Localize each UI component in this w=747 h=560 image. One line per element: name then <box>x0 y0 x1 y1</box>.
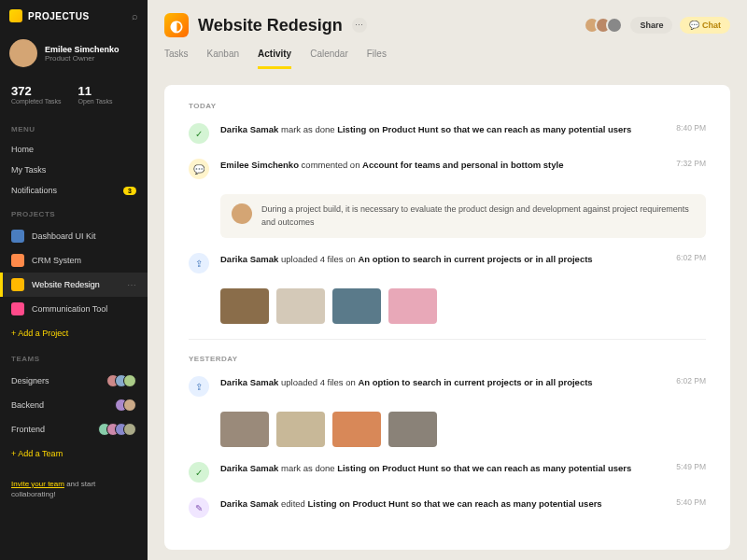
comment-box: During a project build, it is necessary … <box>220 194 706 238</box>
project-icon <box>11 302 24 315</box>
stats: 372Completed Tasks 11Open Tasks <box>0 77 148 116</box>
check-icon: ✓ <box>189 123 209 144</box>
page-title: Website Redesign <box>198 16 343 35</box>
upload-icon: ⇪ <box>189 253 209 273</box>
tab-calendar[interactable]: Calendar <box>310 49 348 69</box>
project-communication[interactable]: Communication Tool <box>0 297 148 321</box>
activity-text: Darika Samak uploaded 4 files on An opti… <box>220 253 665 273</box>
projects-header: PROJECTS <box>0 201 148 224</box>
sidebar: PROJECTUS ⌕ Emilee SimchenkoProduct Owne… <box>0 0 148 560</box>
share-button[interactable]: Share <box>630 17 672 34</box>
chat-button[interactable]: 💬 Chat <box>680 17 730 34</box>
attachment-thumbs <box>220 288 706 324</box>
activity-time: 6:02 PM <box>676 376 706 397</box>
activity-text: Darika Samak mark as done Listing on Pro… <box>220 123 665 144</box>
section-yesterday: YESTERDAY <box>189 355 706 363</box>
check-icon: ✓ <box>189 462 209 483</box>
activity-text: Darika Samak uploaded 4 files on An opti… <box>220 376 665 397</box>
logo[interactable]: PROJECTUS <box>9 9 90 22</box>
tab-files[interactable]: Files <box>367 49 387 69</box>
project-dashboard[interactable]: Dashboard UI Kit <box>0 224 148 248</box>
project-icon <box>11 230 24 243</box>
activity-time: 5:40 PM <box>676 497 706 518</box>
tab-activity[interactable]: Activity <box>258 49 291 69</box>
page-more-button[interactable]: ⋯ <box>352 18 367 33</box>
upload-icon: ⇪ <box>189 376 209 397</box>
activity-panel: TODAY ✓Darika Samak mark as done Listing… <box>164 85 730 550</box>
tab-tasks[interactable]: Tasks <box>164 49 189 69</box>
menu-header: MENU <box>0 116 148 139</box>
team-backend[interactable]: Backend <box>0 393 148 417</box>
project-logo: ◐ <box>164 13 189 37</box>
thumbnail[interactable] <box>388 412 437 447</box>
activity-row: ✓Darika Samak mark as done Listing on Pr… <box>189 123 706 144</box>
thumbnail[interactable] <box>276 412 325 447</box>
project-crm[interactable]: CRM System <box>0 248 148 273</box>
user-profile[interactable]: Emilee SimchenkoProduct Owner <box>0 30 148 77</box>
activity-row: 💬Emilee Simchenko commented on Account f… <box>189 159 706 179</box>
activity-text: Darika Samak edited Listing on Product H… <box>220 497 665 518</box>
activity-text: Darika Samak mark as done Listing on Pro… <box>220 462 665 483</box>
content: TODAY ✓Darika Samak mark as done Listing… <box>148 70 747 560</box>
attachment-thumbs <box>220 412 706 447</box>
collaborators[interactable] <box>584 17 623 34</box>
activity-row: ✓Darika Samak mark as done Listing on Pr… <box>189 462 706 483</box>
search-icon[interactable]: ⌕ <box>132 10 138 21</box>
thumbnail[interactable] <box>332 288 381 324</box>
team-designers[interactable]: Designers <box>0 369 148 393</box>
avatar <box>232 203 252 224</box>
add-project-button[interactable]: + Add a Project <box>0 321 148 345</box>
activity-row: ✎Darika Samak edited Listing on Product … <box>189 497 706 518</box>
comment-icon: 💬 <box>189 159 209 179</box>
nav-notifications[interactable]: Notifications3 <box>0 180 148 201</box>
add-team-button[interactable]: + Add a Team <box>0 441 148 466</box>
team-frontend[interactable]: Frontend <box>0 417 148 441</box>
project-icon <box>11 254 24 267</box>
edit-icon: ✎ <box>189 497 209 518</box>
thumbnail[interactable] <box>388 288 437 324</box>
thumbnail[interactable] <box>220 288 269 324</box>
invite-cta[interactable]: Invite your team and start collaborating… <box>0 466 148 512</box>
activity-row: ⇪Darika Samak uploaded 4 files on An opt… <box>189 253 706 273</box>
activity-time: 6:02 PM <box>676 253 706 273</box>
project-website-redesign[interactable]: Website Redesign⋯ <box>0 273 148 297</box>
section-today: TODAY <box>189 102 706 110</box>
thumbnail[interactable] <box>220 412 269 447</box>
avatar <box>9 39 37 67</box>
activity-time: 7:32 PM <box>676 159 706 179</box>
tabs: Tasks Kanban Activity Calendar Files <box>164 49 730 70</box>
nav-home[interactable]: Home <box>0 139 148 160</box>
tab-kanban[interactable]: Kanban <box>207 49 239 69</box>
header: ◐ Website Redesign ⋯ Share 💬 Chat Tasks … <box>148 0 747 70</box>
activity-time: 8:40 PM <box>676 123 706 144</box>
project-icon <box>11 278 24 291</box>
nav-my-tasks[interactable]: My Tasks <box>0 160 148 180</box>
activity-text: Emilee Simchenko commented on Account fo… <box>220 159 665 179</box>
thumbnail[interactable] <box>332 412 381 447</box>
notif-badge: 3 <box>123 187 136 195</box>
more-icon[interactable]: ⋯ <box>127 280 136 290</box>
main: ◐ Website Redesign ⋯ Share 💬 Chat Tasks … <box>148 0 747 560</box>
activity-time: 5:49 PM <box>676 462 706 483</box>
activity-row: ⇪Darika Samak uploaded 4 files on An opt… <box>189 376 706 397</box>
teams-header: TEAMS <box>0 345 148 369</box>
thumbnail[interactable] <box>276 288 325 324</box>
